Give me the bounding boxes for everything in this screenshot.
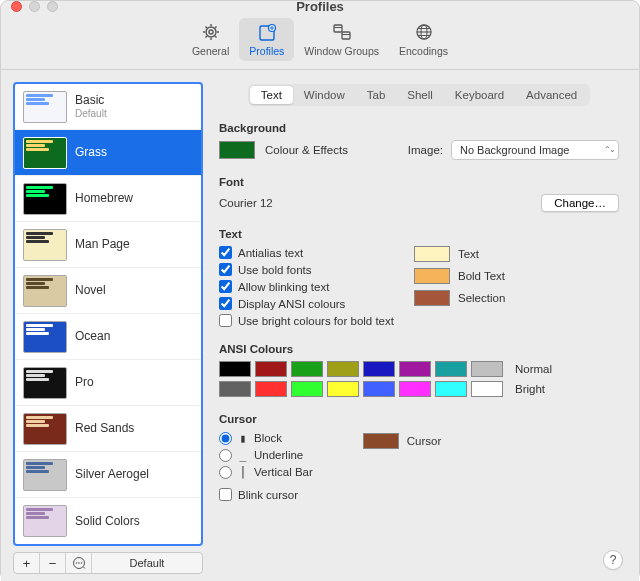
- radio-label: Vertical Bar: [254, 466, 313, 478]
- remove-profile-button[interactable]: −: [40, 553, 66, 573]
- toolbar-label: General: [192, 45, 229, 57]
- cursor-radio[interactable]: _Underline: [219, 448, 313, 462]
- svg-point-1: [209, 30, 213, 34]
- color-label: Text: [458, 248, 479, 260]
- toolbar-item-general[interactable]: General: [182, 18, 239, 61]
- text-color-item: Text: [414, 246, 505, 262]
- section-header-cursor: Cursor: [219, 413, 619, 425]
- ansi-color-well[interactable]: [435, 381, 467, 397]
- profile-row[interactable]: Silver Aerogel: [15, 452, 201, 498]
- text-checkbox[interactable]: Display ANSI colours: [219, 297, 394, 310]
- add-profile-button[interactable]: +: [14, 553, 40, 573]
- profile-row[interactable]: Pro: [15, 360, 201, 406]
- cursor-glyph: |: [238, 465, 248, 479]
- profile-name: Basic: [75, 93, 107, 107]
- profile-name: Grass: [75, 145, 107, 159]
- toolbar-item-window-groups[interactable]: Window Groups: [294, 18, 389, 61]
- ansi-color-well[interactable]: [219, 381, 251, 397]
- radio-input[interactable]: [219, 466, 232, 479]
- cursor-radio[interactable]: ▮Block: [219, 431, 313, 445]
- ansi-color-well[interactable]: [435, 361, 467, 377]
- ansi-color-well[interactable]: [471, 361, 503, 377]
- checkbox-input[interactable]: [219, 297, 232, 310]
- background-image-label: Image:: [408, 144, 443, 156]
- profile-row[interactable]: Homebrew: [15, 176, 201, 222]
- tab-text[interactable]: Text: [250, 86, 293, 104]
- radio-input[interactable]: [219, 449, 232, 462]
- ansi-color-well[interactable]: [327, 361, 359, 377]
- color-well[interactable]: [414, 268, 450, 284]
- profile-row[interactable]: Man Page: [15, 222, 201, 268]
- toolbar-item-encodings[interactable]: Encodings: [389, 18, 458, 61]
- color-well[interactable]: [414, 246, 450, 262]
- profile-actions-menu[interactable]: [66, 553, 92, 573]
- toolbar-item-profiles[interactable]: Profiles: [239, 18, 294, 61]
- ansi-color-well[interactable]: [363, 361, 395, 377]
- main-panel: TextWindowTabShellKeyboardAdvanced Backg…: [213, 82, 629, 574]
- ansi-color-well[interactable]: [399, 361, 431, 377]
- ansi-color-well[interactable]: [363, 381, 395, 397]
- ansi-color-well[interactable]: [219, 361, 251, 377]
- section-header-background: Background: [219, 122, 619, 134]
- svg-line-8: [205, 36, 207, 38]
- ansi-color-well[interactable]: [291, 361, 323, 377]
- profile-subtitle: Default: [75, 108, 107, 120]
- svg-rect-17: [334, 25, 342, 32]
- profile-name: Pro: [75, 375, 94, 389]
- checkbox-input[interactable]: [219, 263, 232, 276]
- profile-row[interactable]: Red Sands: [15, 406, 201, 452]
- help-button[interactable]: ?: [603, 550, 623, 570]
- cursor-color-well[interactable]: [363, 433, 399, 449]
- radio-input[interactable]: [219, 432, 232, 445]
- text-checkbox[interactable]: Use bold fonts: [219, 263, 394, 276]
- tab-window[interactable]: Window: [293, 86, 356, 104]
- settings-tabs: TextWindowTabShellKeyboardAdvanced: [213, 84, 625, 106]
- ansi-color-well[interactable]: [399, 381, 431, 397]
- change-font-button[interactable]: Change…: [541, 194, 619, 212]
- color-label: Bold Text: [458, 270, 505, 282]
- ansi-color-well[interactable]: [291, 381, 323, 397]
- ansi-color-well[interactable]: [471, 381, 503, 397]
- background-color-well[interactable]: [219, 141, 255, 159]
- toolbar-label: Profiles: [249, 45, 284, 57]
- checkbox-label: Display ANSI colours: [238, 298, 345, 310]
- cursor-color-label: Cursor: [407, 435, 442, 447]
- tab-shell[interactable]: Shell: [396, 86, 444, 104]
- cursor-radio[interactable]: |Vertical Bar: [219, 465, 313, 479]
- svg-line-9: [215, 27, 217, 29]
- checkbox-input[interactable]: [219, 280, 232, 293]
- ansi-row-label: Bright: [515, 383, 545, 395]
- radio-label: Underline: [254, 449, 303, 461]
- text-checkbox[interactable]: Use bright colours for bold text: [219, 314, 394, 327]
- ansi-color-well[interactable]: [255, 361, 287, 377]
- profile-name: Homebrew: [75, 191, 133, 205]
- blink-cursor-checkbox[interactable]: Blink cursor: [219, 488, 313, 501]
- ansi-color-well[interactable]: [255, 381, 287, 397]
- text-checkbox[interactable]: Antialias text: [219, 246, 394, 259]
- radio-label: Block: [254, 432, 282, 444]
- profile-row[interactable]: Novel: [15, 268, 201, 314]
- tab-tab[interactable]: Tab: [356, 86, 397, 104]
- profile-name: Silver Aerogel: [75, 467, 149, 481]
- checkbox-input[interactable]: [219, 488, 232, 501]
- checkbox-input[interactable]: [219, 314, 232, 327]
- sidebar: BasicDefaultGrassHomebrewMan PageNovelOc…: [13, 82, 203, 574]
- profile-row[interactable]: Solid Colors: [15, 498, 201, 544]
- color-well[interactable]: [414, 290, 450, 306]
- svg-point-29: [80, 562, 82, 564]
- profile-row[interactable]: BasicDefault: [15, 84, 201, 130]
- checkbox-label: Use bold fonts: [238, 264, 312, 276]
- tab-advanced[interactable]: Advanced: [515, 86, 588, 104]
- text-checkbox[interactable]: Allow blinking text: [219, 280, 394, 293]
- profile-thumbnail: [23, 367, 67, 399]
- ansi-color-well[interactable]: [327, 381, 359, 397]
- tab-keyboard[interactable]: Keyboard: [444, 86, 515, 104]
- profiles-list[interactable]: BasicDefaultGrassHomebrewMan PageNovelOc…: [13, 82, 203, 546]
- background-image-dropdown[interactable]: No Background Image: [451, 140, 619, 160]
- checkbox-label: Antialias text: [238, 247, 303, 259]
- set-default-button[interactable]: Default: [92, 553, 202, 573]
- checkbox-input[interactable]: [219, 246, 232, 259]
- profile-row[interactable]: Ocean: [15, 314, 201, 360]
- profiles-list-footer: + − Default: [13, 552, 203, 574]
- profile-row[interactable]: Grass: [15, 130, 201, 176]
